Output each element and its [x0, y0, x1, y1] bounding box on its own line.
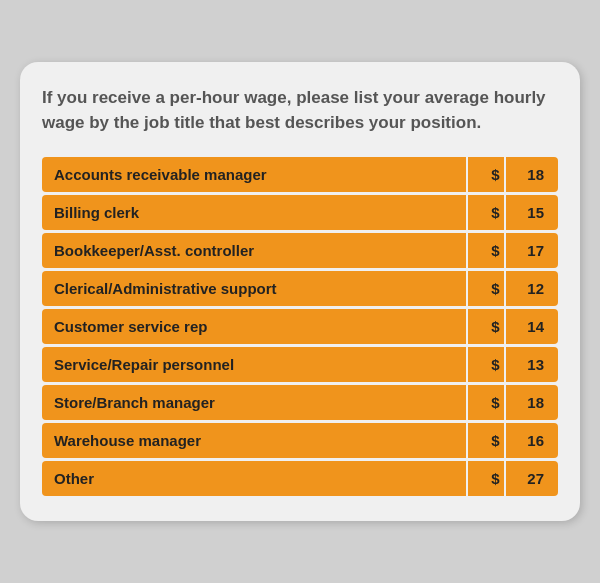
- table-row: Store/Branch manager$18: [42, 385, 558, 420]
- job-title-cell: Customer service rep: [42, 309, 466, 344]
- dollar-sign-cell: $: [466, 461, 504, 496]
- job-title-cell: Bookkeeper/Asst. controller: [42, 233, 466, 268]
- table-row: Billing clerk$15: [42, 195, 558, 230]
- table-row: Service/Repair personnel$13: [42, 347, 558, 382]
- dollar-sign-cell: $: [466, 423, 504, 458]
- job-title-cell: Service/Repair personnel: [42, 347, 466, 382]
- wage-amount-cell: 14: [504, 309, 558, 344]
- wage-amount-cell: 16: [504, 423, 558, 458]
- job-title-cell: Clerical/Administrative support: [42, 271, 466, 306]
- table-row: Warehouse manager$16: [42, 423, 558, 458]
- dollar-sign-cell: $: [466, 195, 504, 230]
- table-row: Bookkeeper/Asst. controller$17: [42, 233, 558, 268]
- wage-amount-cell: 18: [504, 157, 558, 192]
- wage-amount-cell: 17: [504, 233, 558, 268]
- question-text: If you receive a per-hour wage, please l…: [42, 86, 558, 135]
- dollar-sign-cell: $: [466, 309, 504, 344]
- dollar-sign-cell: $: [466, 385, 504, 420]
- job-title-cell: Billing clerk: [42, 195, 466, 230]
- dollar-sign-cell: $: [466, 347, 504, 382]
- table-row: Customer service rep$14: [42, 309, 558, 344]
- job-title-cell: Store/Branch manager: [42, 385, 466, 420]
- wage-amount-cell: 27: [504, 461, 558, 496]
- dollar-sign-cell: $: [466, 233, 504, 268]
- job-title-cell: Other: [42, 461, 466, 496]
- job-title-cell: Warehouse manager: [42, 423, 466, 458]
- wage-amount-cell: 13: [504, 347, 558, 382]
- wage-amount-cell: 18: [504, 385, 558, 420]
- dollar-sign-cell: $: [466, 271, 504, 306]
- table-row: Clerical/Administrative support$12: [42, 271, 558, 306]
- table-row: Accounts receivable manager$18: [42, 157, 558, 192]
- wage-amount-cell: 15: [504, 195, 558, 230]
- main-card: If you receive a per-hour wage, please l…: [20, 62, 580, 520]
- dollar-sign-cell: $: [466, 157, 504, 192]
- wage-amount-cell: 12: [504, 271, 558, 306]
- job-title-cell: Accounts receivable manager: [42, 157, 466, 192]
- wage-table: Accounts receivable manager$18Billing cl…: [42, 154, 558, 499]
- table-row: Other$27: [42, 461, 558, 496]
